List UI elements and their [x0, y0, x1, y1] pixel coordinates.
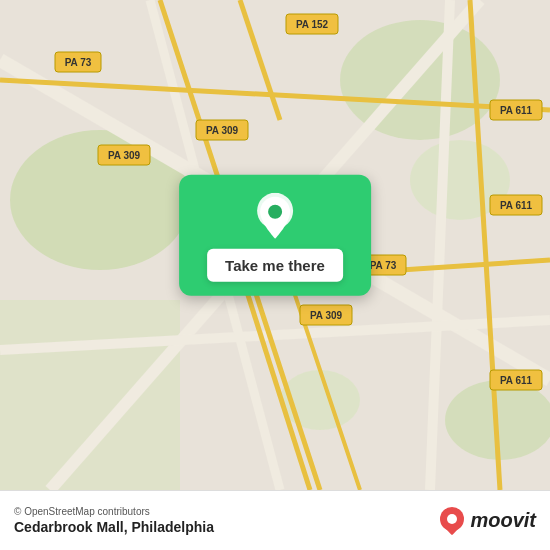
svg-text:PA 611: PA 611	[500, 375, 533, 386]
footer-left: © OpenStreetMap contributors Cedarbrook …	[14, 506, 214, 535]
svg-text:PA 611: PA 611	[500, 105, 533, 116]
svg-text:PA 73: PA 73	[370, 260, 397, 271]
svg-rect-4	[0, 300, 180, 490]
svg-point-40	[268, 205, 282, 219]
svg-text:PA 309: PA 309	[108, 150, 141, 161]
moovit-brand-icon	[438, 507, 466, 535]
svg-text:PA 309: PA 309	[206, 125, 239, 136]
location-pin-icon	[254, 193, 296, 241]
svg-text:PA 309: PA 309	[310, 310, 343, 321]
svg-point-42	[447, 514, 457, 524]
location-popup: Take me there	[179, 175, 371, 296]
location-title: Cedarbrook Mall, Philadelphia	[14, 519, 214, 535]
svg-text:PA 611: PA 611	[500, 200, 533, 211]
osm-credit: © OpenStreetMap contributors	[14, 506, 214, 517]
svg-text:PA 152: PA 152	[296, 19, 329, 30]
map-area: PA 73 PA 152 PA 309 PA 309 PA 309 PA 73 …	[0, 0, 550, 490]
footer-bar: © OpenStreetMap contributors Cedarbrook …	[0, 490, 550, 550]
svg-text:PA 73: PA 73	[65, 57, 92, 68]
moovit-brand-text: moovit	[470, 509, 536, 532]
take-me-there-button[interactable]: Take me there	[207, 249, 343, 282]
moovit-logo: moovit	[438, 507, 536, 535]
popup-green-box: Take me there	[179, 175, 371, 296]
